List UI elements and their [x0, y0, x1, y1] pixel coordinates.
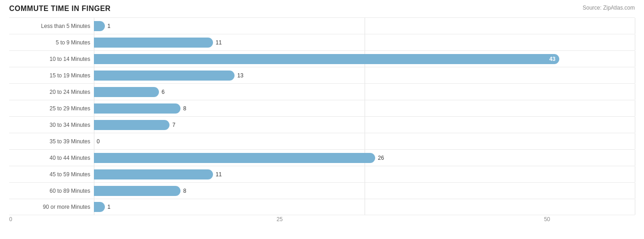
- x-axis-label: 25: [277, 216, 283, 223]
- bar-container: 43: [94, 51, 635, 67]
- bar-row: 10 to 14 Minutes43: [9, 50, 635, 67]
- bar-label: 90 or more Minutes: [9, 204, 94, 210]
- bar-label: 45 to 59 Minutes: [9, 171, 94, 178]
- bar: [94, 202, 105, 212]
- bar-label: 25 to 29 Minutes: [9, 105, 94, 112]
- bar-row: 60 to 89 Minutes8: [9, 182, 635, 199]
- bar-row: 5 to 9 Minutes11: [9, 34, 635, 50]
- bar: [94, 21, 105, 31]
- bars-container: Less than 5 Minutes15 to 9 Minutes1110 t…: [9, 17, 635, 215]
- chart-title: COMMUTE TIME IN FINGER: [9, 5, 111, 13]
- bar-row: 45 to 59 Minutes11: [9, 166, 635, 182]
- bar-label: 5 to 9 Minutes: [9, 39, 94, 46]
- bar-container: 6: [94, 84, 635, 100]
- bar-row: 90 or more Minutes1: [9, 199, 635, 215]
- bar-label: 20 to 24 Minutes: [9, 89, 94, 95]
- bar-row: 40 to 44 Minutes26: [9, 149, 635, 166]
- bar: [94, 169, 213, 179]
- bar-label: 30 to 34 Minutes: [9, 122, 94, 128]
- bar-container: 11: [94, 34, 635, 50]
- bar-value: 8: [183, 105, 186, 112]
- bar-label: 40 to 44 Minutes: [9, 155, 94, 161]
- bar-value: 11: [216, 171, 222, 178]
- bar: [94, 103, 180, 114]
- bar-value-inside: 43: [549, 56, 555, 62]
- bar-label: 10 to 14 Minutes: [9, 56, 94, 62]
- bar: [94, 71, 235, 81]
- bar: [94, 38, 213, 48]
- bar-label: 15 to 19 Minutes: [9, 72, 94, 79]
- bar-row: Less than 5 Minutes1: [9, 17, 635, 34]
- bar-label: 35 to 39 Minutes: [9, 138, 94, 145]
- chart-area: Less than 5 Minutes15 to 9 Minutes1110 t…: [9, 17, 635, 225]
- bar-container: 13: [94, 67, 635, 83]
- bar-container: 1: [94, 199, 635, 215]
- bar-container: 0: [94, 133, 635, 149]
- x-axis-label: 50: [544, 216, 550, 223]
- bar: [94, 186, 180, 196]
- bar: [94, 153, 375, 163]
- bar-value: 6: [162, 89, 165, 95]
- bar-row: 20 to 24 Minutes6: [9, 83, 635, 100]
- bar-value: 26: [378, 155, 384, 161]
- bar-row: 30 to 34 Minutes7: [9, 116, 635, 133]
- bar-container: 1: [94, 18, 635, 34]
- bar-value: 0: [97, 138, 100, 145]
- bar-value: 13: [237, 72, 243, 79]
- bar-value: 7: [172, 122, 175, 128]
- bar-value: 8: [183, 188, 186, 194]
- bar-row: 35 to 39 Minutes0: [9, 133, 635, 149]
- bar-container: 8: [94, 183, 635, 199]
- source-label: Source: ZipAtlas.com: [583, 5, 635, 11]
- bar-value: 1: [108, 23, 111, 29]
- bar-container: 7: [94, 117, 635, 133]
- x-axis: 02550: [9, 216, 635, 225]
- bar-container: 8: [94, 100, 635, 116]
- bar-row: 25 to 29 Minutes8: [9, 100, 635, 116]
- bar-container: 26: [94, 150, 635, 166]
- bar-value: 11: [216, 39, 222, 46]
- bar-label: Less than 5 Minutes: [9, 23, 94, 29]
- bar-row: 15 to 19 Minutes13: [9, 67, 635, 83]
- bar: [94, 87, 159, 97]
- bar-container: 11: [94, 166, 635, 182]
- x-axis-label: 0: [9, 216, 12, 223]
- bar: 43: [94, 54, 559, 64]
- bar-value: 1: [108, 204, 111, 210]
- bar: [94, 120, 169, 130]
- bar-label: 60 to 89 Minutes: [9, 188, 94, 194]
